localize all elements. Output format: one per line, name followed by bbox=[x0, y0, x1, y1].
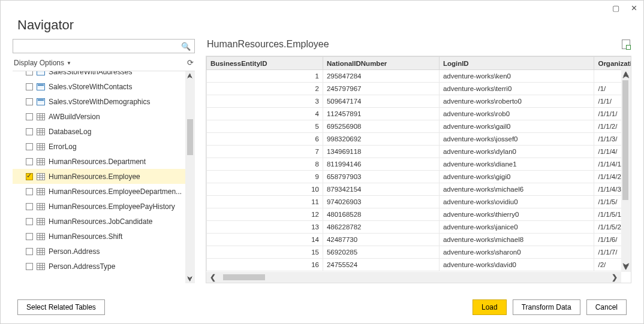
tree-item[interactable]: HumanResources.EmployeeDepartmen... bbox=[13, 184, 185, 199]
cell: 486228782 bbox=[323, 221, 439, 234]
tree-item[interactable]: Person.Address bbox=[13, 244, 185, 259]
table-row[interactable]: 8811994146adventure-works\diane1/1/1/4/1… bbox=[207, 158, 632, 171]
cell: adventure-works\thierry0 bbox=[439, 208, 594, 221]
cell: 6 bbox=[207, 133, 323, 146]
scroll-right-icon[interactable]: ❯ bbox=[612, 273, 618, 281]
cell: 811994146 bbox=[323, 158, 439, 171]
search-box[interactable]: 🔍 bbox=[13, 39, 195, 53]
checkbox[interactable] bbox=[26, 128, 33, 135]
grid-hscrollbar[interactable]: ❮ ❯ bbox=[206, 272, 621, 283]
close-icon[interactable]: ✕ bbox=[630, 4, 637, 11]
checkbox[interactable] bbox=[26, 233, 33, 240]
scroll-thumb[interactable] bbox=[187, 119, 193, 155]
tree-item[interactable]: HumanResources.Employee bbox=[13, 169, 185, 184]
table-row[interactable]: 11974026903adventure-works\ovidiu0/1/1/5… bbox=[207, 196, 632, 208]
table-row[interactable]: 5695256908adventure-works\gail0/1/1/2/3D… bbox=[207, 120, 632, 133]
grid-vscrollbar[interactable]: ⮝ ⮟ bbox=[621, 69, 631, 272]
cell: 112457891 bbox=[323, 108, 439, 120]
cell: 2 bbox=[207, 83, 323, 95]
cell: 14 bbox=[207, 234, 323, 246]
table-icon bbox=[37, 203, 45, 210]
view-icon bbox=[37, 83, 45, 90]
scroll-up-icon[interactable]: ⮝ bbox=[622, 71, 630, 79]
tree-item[interactable]: AWBuildVersion bbox=[13, 109, 185, 124]
cell: adventure-works\rob0 bbox=[439, 108, 594, 120]
table-row[interactable]: 10879342154adventure-works\michael6/1/1/… bbox=[207, 183, 632, 196]
tree-item[interactable]: DatabaseLog bbox=[13, 124, 185, 139]
checkbox[interactable] bbox=[26, 188, 33, 195]
tree-item[interactable]: HumanResources.Shift bbox=[13, 229, 185, 244]
cell: 658797903 bbox=[323, 171, 439, 183]
tree-item[interactable]: HumanResources.JobCandidate bbox=[13, 214, 185, 229]
checkbox[interactable] bbox=[26, 143, 33, 150]
tree-item-label: Person.Address bbox=[49, 247, 185, 256]
cell: 9 bbox=[207, 171, 323, 183]
tree-item[interactable]: HumanResources.EmployeePayHistory bbox=[13, 199, 185, 214]
cell: 480168528 bbox=[323, 208, 439, 221]
tree: SalesStoreWithAddressesSales.vStoreWithC… bbox=[13, 71, 185, 283]
cell: 879342154 bbox=[323, 183, 439, 196]
display-options-dropdown[interactable]: Display Options ▼ bbox=[14, 59, 71, 67]
scroll-left-icon[interactable]: ❮ bbox=[210, 273, 216, 281]
cell: 998320692 bbox=[323, 133, 439, 146]
column-header[interactable]: NationalIDNumber bbox=[323, 57, 439, 70]
scroll-down-icon[interactable]: ⮟ bbox=[622, 262, 630, 271]
checkbox[interactable] bbox=[26, 113, 33, 120]
tree-item[interactable]: SalesStoreWithAddresses bbox=[13, 71, 185, 79]
scroll-thumb[interactable] bbox=[223, 274, 265, 280]
tree-item[interactable]: Person.AddressType bbox=[13, 259, 185, 274]
cell: adventure-works\gail0 bbox=[439, 120, 594, 133]
checkbox[interactable] bbox=[26, 173, 33, 180]
cell: adventure-works\michael8 bbox=[439, 234, 594, 246]
table-row[interactable]: 12480168528adventure-works\thierry0/1/1/… bbox=[207, 208, 632, 221]
table-row[interactable]: 7134969118adventure-works\dylan0/1/1/4/3… bbox=[207, 146, 632, 158]
checkbox[interactable] bbox=[26, 248, 33, 255]
cell: 15 bbox=[207, 246, 323, 259]
cell: adventure-works\jossef0 bbox=[439, 133, 594, 146]
column-header[interactable]: OrganizationNode bbox=[594, 57, 631, 70]
table-row[interactable]: 1442487730adventure-works\michael8/1/1/6… bbox=[207, 234, 632, 246]
refresh-icon[interactable]: ⟳ bbox=[187, 58, 194, 67]
tree-scrollbar[interactable]: ⮝ ⮟ bbox=[185, 71, 195, 283]
table-row[interactable]: 3509647174adventure-works\roberto0/1/1/2… bbox=[207, 95, 632, 108]
table-row[interactable]: 1624755524adventure-works\david0/2/1Ma bbox=[207, 259, 632, 271]
cell: 11 bbox=[207, 196, 323, 208]
table-row[interactable]: 1556920285adventure-works\sharon0/1/1/7/… bbox=[207, 246, 632, 259]
search-icon[interactable]: 🔍 bbox=[181, 42, 191, 51]
preview-grid: BusinessEntityIDNationalIDNumberLoginIDO… bbox=[206, 56, 631, 271]
transform-data-button[interactable]: Transform Data bbox=[513, 299, 580, 315]
checkbox[interactable] bbox=[26, 218, 33, 225]
checkbox[interactable] bbox=[26, 71, 33, 75]
checkbox[interactable] bbox=[26, 98, 33, 105]
add-column-icon[interactable] bbox=[622, 40, 630, 49]
search-input[interactable] bbox=[17, 42, 181, 50]
cell: adventure-works\roberto0 bbox=[439, 95, 594, 108]
load-button[interactable]: Load bbox=[473, 299, 507, 315]
column-header[interactable]: BusinessEntityID bbox=[207, 57, 323, 70]
tree-item[interactable]: Sales.vStoreWithDemographics bbox=[13, 94, 185, 109]
column-header[interactable]: LoginID bbox=[439, 57, 594, 70]
tree-item[interactable]: Sales.vStoreWithContacts bbox=[13, 79, 185, 94]
table-row[interactable]: 13486228782adventure-works\janice0/1/1/5… bbox=[207, 221, 632, 234]
checkbox[interactable] bbox=[26, 158, 33, 165]
table-row[interactable]: 9658797903adventure-works\gigi0/1/1/4/2/… bbox=[207, 171, 632, 183]
checkbox[interactable] bbox=[26, 203, 33, 210]
table-icon bbox=[37, 218, 45, 225]
select-related-tables-button[interactable]: Select Related Tables bbox=[17, 299, 105, 315]
tree-item[interactable]: HumanResources.Department bbox=[13, 154, 185, 169]
table-row[interactable]: 1295847284adventure-works\ken0nullnullCh… bbox=[207, 70, 632, 83]
table-row[interactable]: 2245797967adventure-works\terri0/1/1Vice bbox=[207, 83, 632, 95]
tree-item[interactable]: ErrorLog bbox=[13, 139, 185, 154]
cell: adventure-works\sharon0 bbox=[439, 246, 594, 259]
table-row[interactable]: 4112457891adventure-works\rob0/1/1/1/3Se… bbox=[207, 108, 632, 120]
scroll-down-icon[interactable]: ⮟ bbox=[187, 275, 193, 282]
maximize-icon[interactable]: ▢ bbox=[612, 4, 619, 11]
checkbox[interactable] bbox=[26, 83, 33, 90]
table-icon bbox=[37, 248, 45, 255]
table-row[interactable]: 6998320692adventure-works\jossef0/1/1/3/… bbox=[207, 133, 632, 146]
scroll-up-icon[interactable]: ⮝ bbox=[187, 72, 193, 79]
checkbox[interactable] bbox=[26, 263, 33, 270]
cancel-button[interactable]: Cancel bbox=[586, 299, 627, 315]
scroll-thumb[interactable] bbox=[622, 80, 628, 200]
tree-item-label: AWBuildVersion bbox=[49, 113, 185, 121]
